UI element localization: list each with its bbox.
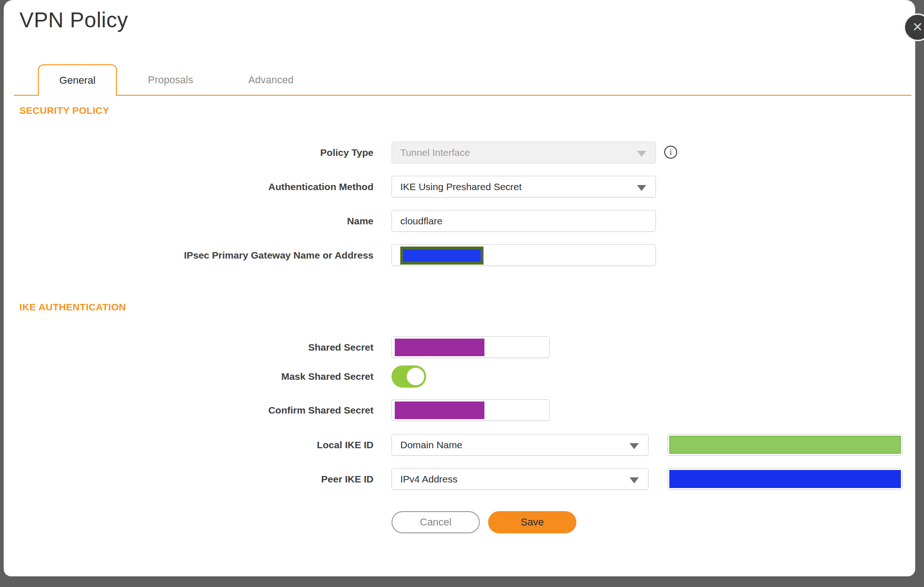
save-button-label: Save xyxy=(520,516,544,528)
chevron-down-icon xyxy=(630,443,639,449)
local-ike-id-value-input[interactable] xyxy=(667,434,903,456)
mask-shared-secret-toggle[interactable] xyxy=(392,365,426,388)
ipsec-gateway-input[interactable] xyxy=(392,244,656,266)
authentication-method-select[interactable]: IKE Using Preshared Secret xyxy=(392,176,656,198)
redaction-block xyxy=(395,402,484,419)
name-label: Name xyxy=(4,210,373,232)
chevron-down-icon xyxy=(637,185,646,191)
vpn-policy-dialog: VPN Policy General Proposals Advanced SE… xyxy=(4,0,915,576)
local-ike-id-type-value: Domain Name xyxy=(400,439,462,451)
chevron-down-icon xyxy=(637,151,646,157)
security-policy-heading: SECURITY POLICY xyxy=(19,105,109,116)
policy-type-value: Tunnel Interface xyxy=(400,147,470,158)
authentication-method-label: Authentication Method xyxy=(4,176,373,198)
redaction-block xyxy=(400,247,483,265)
policy-type-select[interactable]: Tunnel Interface xyxy=(392,142,656,163)
cancel-button-label: Cancel xyxy=(420,516,451,528)
shared-secret-input[interactable] xyxy=(392,336,550,358)
authentication-method-value: IKE Using Preshared Secret xyxy=(400,181,522,192)
toggle-knob xyxy=(407,368,424,385)
local-ike-id-select[interactable]: Domain Name xyxy=(392,434,649,456)
peer-ike-id-value-input[interactable] xyxy=(667,468,903,490)
redaction-block xyxy=(395,339,484,356)
tab-general-label: General xyxy=(59,74,95,87)
name-input[interactable]: cloudflare xyxy=(392,210,656,232)
close-icon: ✕ xyxy=(912,21,923,34)
peer-ike-id-label: Peer IKE ID xyxy=(4,468,373,490)
save-button[interactable]: Save xyxy=(488,511,576,533)
ike-authentication-heading: IKE AUTHENTICATION xyxy=(19,302,126,313)
ipsec-gateway-label: IPsec Primary Gateway Name or Address xyxy=(4,244,373,266)
tab-advanced-label: Advanced xyxy=(248,74,294,86)
info-icon-glyph: i xyxy=(669,148,672,157)
chevron-down-icon xyxy=(630,477,639,483)
tab-advanced[interactable]: Advanced xyxy=(234,64,308,96)
tab-proposals-label: Proposals xyxy=(148,74,193,86)
mask-shared-secret-label: Mask Shared Secret xyxy=(4,365,373,387)
info-icon[interactable]: i xyxy=(664,146,677,159)
local-ike-id-label: Local IKE ID xyxy=(4,434,373,456)
redaction-block xyxy=(669,470,901,488)
confirm-shared-secret-input[interactable] xyxy=(392,399,550,421)
shared-secret-label: Shared Secret xyxy=(4,336,373,358)
confirm-shared-secret-label: Confirm Shared Secret xyxy=(4,399,373,421)
tab-general[interactable]: General xyxy=(38,64,117,96)
policy-type-label: Policy Type xyxy=(4,142,373,163)
redaction-block xyxy=(669,436,901,454)
tab-proposals[interactable]: Proposals xyxy=(134,64,208,96)
peer-ike-id-type-value: IPv4 Address xyxy=(400,474,458,485)
peer-ike-id-select[interactable]: IPv4 Address xyxy=(392,468,649,490)
name-value: cloudflare xyxy=(400,216,442,227)
cancel-button[interactable]: Cancel xyxy=(392,511,480,533)
page-title: VPN Policy xyxy=(19,7,128,32)
